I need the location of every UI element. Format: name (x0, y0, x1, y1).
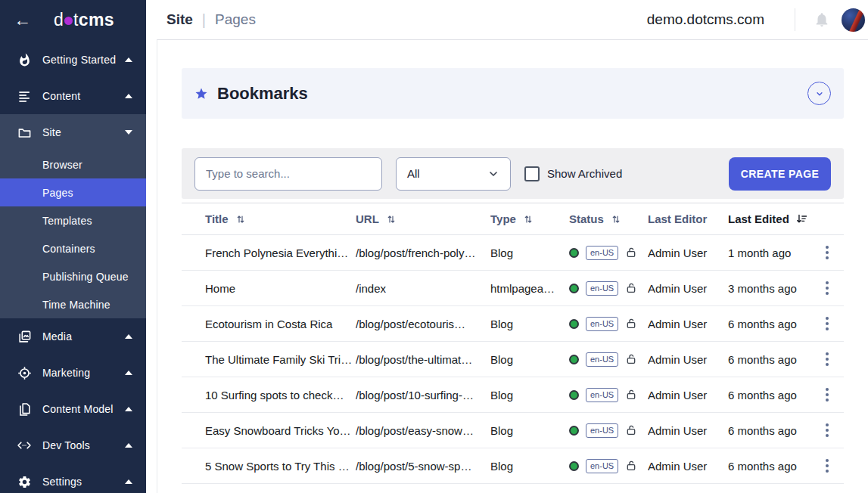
published-status-dot (569, 390, 579, 400)
main-content: Bookmarks All Show Archived CREATE PAGE (157, 39, 868, 493)
star-icon (194, 87, 208, 101)
last-edited: 6 months ago (728, 389, 810, 402)
last-editor: Admin User (648, 353, 728, 366)
table-row[interactable]: 5 Snow Sports to Try This … /blog/post/5… (182, 448, 844, 484)
site-host-selector[interactable]: demo.dotcms.com (647, 11, 764, 28)
column-label: Title (205, 212, 229, 225)
last-edited: 6 months ago (728, 318, 810, 330)
table-row[interactable]: 10 Surfing spots to check… /blog/post/10… (182, 377, 844, 413)
bookmarks-panel: Bookmarks (182, 68, 844, 119)
status-cell: en-US (569, 246, 648, 260)
table-row[interactable]: Easy Snowboard Tricks Yo… /blog/post/eas… (182, 413, 844, 448)
sidebar-site-group: Site Browser Pages Templates Containers … (0, 114, 146, 318)
chevron-up-icon (125, 334, 132, 339)
unlocked-icon (625, 282, 637, 294)
sidebar-item-label: Content Model (42, 403, 114, 415)
user-avatar[interactable] (842, 8, 865, 32)
sidebar-header: ← d t cms (0, 0, 146, 39)
breadcrumb-page: Pages (215, 11, 256, 28)
page-title: 10 Surfing spots to check… (205, 389, 356, 402)
sort-icon (610, 213, 622, 225)
collapse-bookmarks-button[interactable] (807, 82, 831, 105)
last-editor: Admin User (648, 389, 728, 402)
logo-dot-icon (64, 17, 73, 25)
notifications-bell-icon[interactable] (814, 11, 830, 28)
column-header-type[interactable]: Type (490, 212, 569, 225)
header-right: demo.dotcms.com (647, 8, 865, 32)
sidebar-item-containers[interactable]: Containers (0, 234, 146, 262)
column-header-url[interactable]: URL (356, 212, 490, 225)
published-status-dot (569, 284, 579, 293)
sidebar-item-dev-tools[interactable]: Dev Tools (0, 427, 146, 464)
row-actions-menu[interactable] (821, 454, 833, 477)
back-arrow-icon[interactable]: ← (14, 11, 31, 29)
page-url: /blog/post/ecotouris… (356, 318, 490, 330)
column-header-title[interactable]: Title (205, 212, 356, 225)
last-edited: 6 months ago (728, 424, 810, 437)
table-row[interactable]: French Polynesia Everythi… /blog/post/fr… (182, 235, 844, 271)
status-cell: en-US (569, 459, 648, 473)
row-actions-menu[interactable] (821, 419, 833, 442)
show-archived-toggle[interactable]: Show Archived (524, 166, 622, 181)
table-row[interactable]: Home /index htmlpagea… en-US Admin User … (182, 271, 844, 306)
page-title: Ecotourism in Costa Rica (205, 318, 356, 330)
language-badge: en-US (586, 388, 618, 402)
table-row[interactable]: The Ultimate Family Ski Tri… /blog/post/… (182, 342, 844, 377)
sidebar-item-content-model[interactable]: Content Model (0, 391, 146, 427)
content-lines-icon (17, 88, 32, 104)
sidebar-nav: Getting Started Content Site Brow (0, 42, 146, 493)
create-page-button[interactable]: CREATE PAGE (729, 157, 831, 191)
sidebar-item-getting-started[interactable]: Getting Started (0, 42, 146, 78)
sidebar-item-label: Marketing (42, 367, 90, 379)
sidebar-subitem-label: Browser (42, 159, 82, 171)
page-title: The Ultimate Family Ski Tri… (205, 353, 356, 366)
column-header-status[interactable]: Status (569, 212, 648, 225)
chevron-up-icon (125, 371, 132, 375)
page-title: French Polynesia Everythi… (205, 246, 356, 259)
sidebar-item-content[interactable]: Content (0, 78, 146, 114)
row-actions-menu[interactable] (821, 383, 833, 406)
sidebar-item-pages[interactable]: Pages (0, 178, 146, 206)
column-label: Last Editor (648, 212, 707, 225)
breadcrumb-separator: | (202, 11, 206, 29)
code-icon (17, 438, 32, 453)
sidebar: ← d t cms Getting Started Content (0, 0, 146, 493)
row-actions-menu[interactable] (821, 348, 833, 371)
type-filter-dropdown[interactable]: All (396, 157, 511, 191)
language-badge: en-US (586, 352, 618, 367)
sidebar-item-marketing[interactable]: Marketing (0, 355, 146, 391)
published-status-dot (569, 248, 579, 258)
page-title: Easy Snowboard Tricks Yo… (205, 424, 356, 437)
sort-icon (235, 213, 247, 225)
row-actions-menu[interactable] (821, 312, 833, 335)
sidebar-item-media[interactable]: Media (0, 318, 146, 355)
sidebar-item-settings[interactable]: Settings (0, 464, 146, 493)
unlocked-icon (625, 353, 637, 365)
status-cell: en-US (569, 388, 648, 402)
filter-bar: All Show Archived CREATE PAGE (182, 148, 844, 199)
search-input[interactable] (194, 157, 382, 191)
last-edited: 1 month ago (728, 246, 810, 259)
table-row[interactable]: Ecotourism in Costa Rica /blog/post/ecot… (182, 306, 844, 342)
sidebar-item-templates[interactable]: Templates (0, 206, 146, 234)
row-actions-menu[interactable] (821, 277, 833, 299)
sidebar-item-publishing-queue[interactable]: Publishing Queue (0, 262, 146, 290)
target-icon (17, 365, 32, 380)
unlocked-icon (625, 318, 637, 330)
document-icon (17, 402, 32, 417)
row-actions-menu[interactable] (821, 241, 833, 264)
sidebar-item-browser[interactable]: Browser (0, 150, 146, 178)
column-header-last-edited[interactable]: Last Edited (728, 212, 810, 225)
sidebar-subitem-label: Containers (42, 243, 95, 255)
sidebar-item-site[interactable]: Site (0, 114, 146, 150)
column-label: Type (490, 212, 516, 225)
breadcrumb-site[interactable]: Site (166, 11, 193, 28)
sidebar-item-time-machine[interactable]: Time Machine (0, 290, 146, 318)
page-title: 5 Snow Sports to Try This … (205, 460, 356, 473)
show-archived-checkbox[interactable] (524, 166, 540, 181)
sort-icon (385, 213, 397, 225)
top-header: Site | Pages demo.dotcms.com (146, 0, 868, 39)
status-cell: en-US (569, 423, 648, 438)
pages-table: Title URL Type Status Last Editor (182, 203, 844, 484)
page-type: Blog (490, 389, 569, 402)
